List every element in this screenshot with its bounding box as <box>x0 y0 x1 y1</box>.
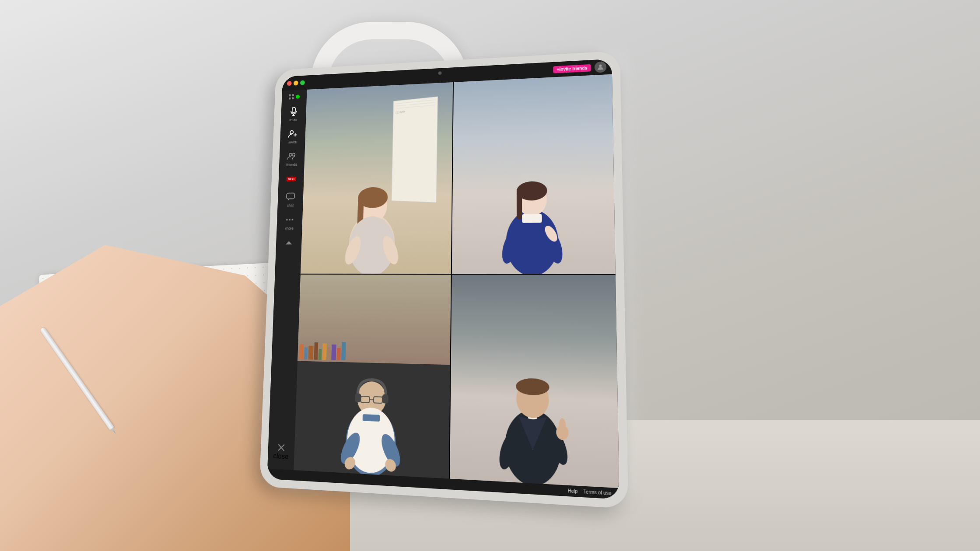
close-x-icon <box>277 443 285 452</box>
invite-label: invite <box>288 140 297 144</box>
collapse-button[interactable] <box>283 238 295 248</box>
svg-rect-31 <box>382 394 388 404</box>
video-grid: ∫ ∑ dy/dx <box>294 74 619 488</box>
more-dots-icon <box>286 219 293 220</box>
tablet-device: +invite friends <box>259 51 629 509</box>
rec-badge: REC <box>286 177 296 181</box>
chat-label: chat <box>287 203 294 208</box>
rec-button[interactable]: REC <box>280 171 303 187</box>
app-container: +invite friends <box>267 59 619 499</box>
more-label: more <box>285 226 294 230</box>
svg-rect-23 <box>522 214 542 223</box>
invite-friends-button[interactable]: +invite friends <box>553 64 591 73</box>
friends-label: friends <box>286 163 297 167</box>
close-label: close <box>273 452 289 461</box>
grid-icon <box>289 94 294 100</box>
more-button[interactable]: more <box>278 211 301 233</box>
video-cell-1: ∫ ∑ dy/dx <box>301 82 453 273</box>
svg-rect-30 <box>355 394 361 403</box>
svg-point-8 <box>292 153 295 156</box>
minimize-window-button[interactable] <box>294 80 298 85</box>
user-avatar-button[interactable] <box>595 61 607 73</box>
invite-button[interactable]: invite <box>281 126 304 147</box>
svg-rect-9 <box>287 193 295 199</box>
close-button[interactable]: close <box>273 438 289 465</box>
friends-button[interactable]: friends <box>280 148 303 169</box>
online-status-indicator <box>296 94 300 98</box>
video-cell-4 <box>450 275 619 488</box>
help-link[interactable]: Help <box>568 488 578 494</box>
tablet-screen: +invite friends <box>267 59 619 499</box>
close-window-button[interactable] <box>287 81 292 86</box>
window-controls <box>287 80 305 86</box>
video-cell-2 <box>452 74 616 274</box>
chevron-up-icon <box>286 241 292 244</box>
svg-rect-20 <box>516 191 522 220</box>
svg-point-7 <box>289 153 292 156</box>
svg-point-0 <box>599 64 602 67</box>
app-main: mute invite <box>267 74 619 488</box>
mute-label: mute <box>289 118 297 122</box>
maximize-window-button[interactable] <box>300 80 305 85</box>
video-cell-3 <box>294 274 451 478</box>
svg-rect-1 <box>292 107 296 113</box>
mute-button[interactable]: mute <box>282 103 305 125</box>
svg-rect-33 <box>362 414 380 422</box>
svg-point-4 <box>290 131 293 134</box>
terms-link[interactable]: Terms of use <box>583 489 611 496</box>
chat-button[interactable]: chat <box>279 188 302 210</box>
